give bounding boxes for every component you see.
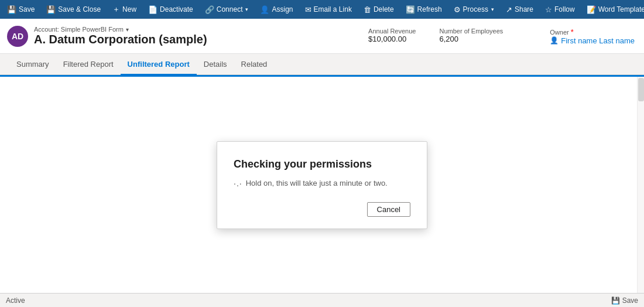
statusbar-save-icon: 💾 [611,296,620,305]
email-link-button[interactable]: ✉ Email a Link [300,0,357,19]
account-info: Account: Simple PowerBI Form ▾ A. Datum … [34,26,368,46]
tab-unfiltered-report[interactable]: Unfiltered Report [121,54,197,75]
process-dropdown-arrow: ▾ [491,6,494,12]
account-label: Account: Simple PowerBI Form ▾ [34,26,368,33]
process-button[interactable]: ⚙ Process ▾ [449,0,499,19]
refresh-icon: 🔄 [406,5,415,14]
word-templates-icon: 📝 [587,5,596,14]
employees-value: 6,200 [439,35,503,43]
status-text: Active [6,296,25,305]
connect-dropdown-arrow: ▾ [245,6,248,12]
record-header: AD Account: Simple PowerBI Form ▾ A. Dat… [0,19,644,54]
save-icon: 💾 [7,5,16,14]
annual-revenue-field: Annual Revenue $10,000.00 [368,28,416,45]
owner-field: Owner * 👤 First name Last name [550,28,635,45]
tab-related[interactable]: Related [234,54,275,75]
dialog-message: Hold on, this will take just a minute or… [246,179,388,187]
account-label-chevron[interactable]: ▾ [126,26,129,33]
follow-button[interactable]: ☆ Follow [540,0,580,19]
process-icon: ⚙ [454,5,461,14]
follow-icon: ☆ [545,5,552,14]
annual-revenue-label: Annual Revenue [368,28,416,35]
save-close-button[interactable]: 💾 Save & Close [42,0,105,19]
employees-field: Number of Employees 6,200 [439,28,503,45]
assign-button[interactable]: 👤 Assign [255,0,297,19]
connect-icon: 🔗 [205,5,214,14]
dialog-title: Checking your permissions [234,158,410,170]
dialog-overlay: Checking your permissions ·.· Hold on, t… [0,77,644,293]
delete-icon: 🗑 [364,5,371,14]
dialog-body: ·.· Hold on, this will take just a minut… [234,179,410,188]
statusbar: Active 💾 Save [0,293,644,307]
permissions-dialog: Checking your permissions ·.· Hold on, t… [217,141,427,229]
owner-label: Owner * [550,28,635,36]
owner-link[interactable]: 👤 First name Last name [550,36,635,45]
content-area: Checking your permissions ·.· Hold on, t… [0,75,644,293]
share-icon: ↗ [506,5,512,14]
share-button[interactable]: ↗ Share [501,0,538,19]
cancel-button[interactable]: Cancel [367,202,410,217]
loading-indicator: ·.· [234,179,242,188]
tabs: Summary Filtered Report Unfiltered Repor… [0,54,644,75]
employees-label: Number of Employees [439,28,503,35]
deactivate-icon: 📄 [148,5,157,14]
new-icon: ＋ [112,4,120,15]
owner-person-icon: 👤 [550,36,559,45]
owner-required-indicator: * [571,28,574,36]
account-name: A. Datum Corporation (sample) [34,33,368,46]
tab-details[interactable]: Details [197,54,234,75]
assign-icon: 👤 [260,5,269,14]
email-icon: ✉ [305,5,311,14]
avatar: AD [7,26,28,47]
tab-filtered-report[interactable]: Filtered Report [56,54,121,75]
annual-revenue-value: $10,000.00 [368,35,416,43]
header-fields: Annual Revenue $10,000.00 Number of Empl… [368,28,635,45]
deactivate-button[interactable]: 📄 Deactivate [143,0,198,19]
new-button[interactable]: ＋ New [108,0,141,19]
refresh-button[interactable]: 🔄 Refresh [401,0,447,19]
connect-button[interactable]: 🔗 Connect ▾ [200,0,254,19]
word-templates-button[interactable]: 📝 Word Templates ▾ [582,0,644,19]
statusbar-save-button[interactable]: 💾 Save [611,296,638,305]
tab-summary[interactable]: Summary [9,54,56,75]
toolbar: 💾 Save 💾 Save & Close ＋ New 📄 Deactivate… [0,0,644,19]
dialog-footer: Cancel [234,202,410,217]
statusbar-right: 💾 Save [611,296,638,305]
save-button[interactable]: 💾 Save [2,0,39,19]
save-close-icon: 💾 [46,5,56,14]
delete-button[interactable]: 🗑 Delete [359,0,399,19]
